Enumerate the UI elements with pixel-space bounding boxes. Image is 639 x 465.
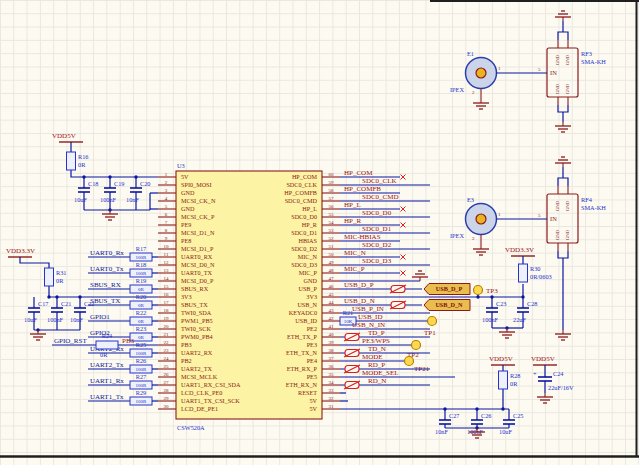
rail-vdd5v-top[interactable]: VDD5VC1810uFC19100nFC2010nF <box>52 132 158 220</box>
connector-rf3[interactable]: RF3SMA-KHIN5GNDGNDGNDGND <box>538 11 606 132</box>
capacitor-designator: C26 <box>481 412 492 419</box>
capacitor-designator: C25 <box>513 412 524 419</box>
resistor-designator: R22 <box>136 309 147 316</box>
net-sdc0-cmd[interactable]: SDC0_CMD <box>340 193 430 201</box>
net-label: TD_N <box>368 345 386 353</box>
pin-name: UART2_TX <box>181 365 212 372</box>
testpoint-pad[interactable] <box>474 286 483 295</box>
gnd-pin-label: GND <box>555 83 560 94</box>
resistor-designator: R30 <box>530 265 541 272</box>
wire <box>558 32 568 40</box>
pin-name: PWM1_PB5 <box>181 317 213 324</box>
pin-number: 1 <box>165 172 168 177</box>
pin-name: ETH_TX_N <box>286 349 317 356</box>
resistor-designator: R23 <box>136 325 147 332</box>
resistor-value: 0R <box>138 319 145 324</box>
net-label: UART0_Rx <box>90 249 124 257</box>
pin-name: PB3 <box>181 341 192 348</box>
resistor-body[interactable] <box>499 371 508 389</box>
net-hp-comfb[interactable]: HP_COMFB <box>340 185 400 193</box>
resistor-r30[interactable]: R300R/0603 <box>519 264 552 282</box>
net-mic-hbias[interactable]: MIC-HBIAS <box>340 233 400 241</box>
net-uart1_tx[interactable]: UART1_Tx100RR29 <box>88 389 158 406</box>
gnd-pin-label: GND <box>555 200 560 211</box>
resistor-r28[interactable]: R280R <box>499 371 521 389</box>
capacitor-value: 10nF <box>70 316 83 323</box>
power-label: VDD5V <box>52 132 76 140</box>
net-label: TD_P <box>368 329 385 337</box>
testpoint-pad[interactable] <box>428 317 437 326</box>
rail-v5-bottom[interactable]: VDD5VC2710nFC26100nFC2510uF <box>435 355 524 438</box>
ic-u3[interactable]: U3CSW520A15V2SPI0_MOSI3GND4MCSI_CK_N5GND… <box>158 162 340 431</box>
pin-name: MCSI_D1_P <box>181 245 214 252</box>
resistor-designator: R24 <box>102 332 113 339</box>
net-usb-n-in[interactable]: USB_N_IN <box>340 321 430 329</box>
net-sdc0-d0[interactable]: SDC0_D0 <box>340 209 430 217</box>
net-rd-n[interactable]: RD_N <box>340 377 430 389</box>
pin-name: GND <box>181 189 195 196</box>
resistor-body[interactable] <box>45 268 54 286</box>
net-uart0_rx[interactable]: UART0_Rx100RR17 <box>88 245 158 262</box>
testpoint-tp1[interactable]: TP1 <box>424 317 437 338</box>
net-usb-d-p[interactable]: USB_D_P <box>340 281 422 293</box>
resistor-body[interactable] <box>519 264 528 282</box>
junction-dot <box>47 295 50 298</box>
pin-number: 27 <box>164 380 170 385</box>
net-uart1_rx[interactable]: UART1_Rx100RR27 <box>88 373 158 390</box>
net-gpio1[interactable]: GPIO10RR22 <box>88 309 158 326</box>
testpoint-pad[interactable] <box>405 357 414 366</box>
pin-number: 22 <box>164 340 170 345</box>
pin-name: PE8 <box>181 237 191 244</box>
net-sdc0-d3[interactable]: SDC0_D3 <box>340 257 430 265</box>
port-usb_d_n[interactable]: USB_D_N <box>424 300 470 311</box>
pin-name: PE4 <box>307 357 317 364</box>
net-label: USB_P_IN <box>352 305 384 313</box>
connector-e1[interactable]: E1IPEX12 <box>450 50 501 109</box>
pin-name: USB_ID <box>295 317 317 324</box>
net-label: SBUS_TX <box>90 297 120 305</box>
pin-number: 58 <box>329 188 335 193</box>
pin-number: 60 <box>329 172 335 177</box>
capacitor-designator: C21 <box>61 300 72 307</box>
net-label: HP_COM <box>344 169 373 177</box>
wire <box>558 251 568 258</box>
net-mic-p[interactable]: MIC_P <box>340 265 406 276</box>
net-sdc0-d2[interactable]: SDC0_D2 <box>340 241 430 249</box>
capacitor-designator: C23 <box>496 300 507 307</box>
pin-number: 5 <box>538 67 541 72</box>
pin-name: HP_COMFB <box>284 189 317 196</box>
capacitor-designator: C27 <box>449 412 460 419</box>
pin-number: 19 <box>164 316 170 321</box>
pin-name: SDC0_D0 <box>291 213 317 220</box>
pin-number: 1 <box>498 212 501 217</box>
resistor-body[interactable] <box>96 341 118 349</box>
net-uart0_tx[interactable]: UART0_Tx100RR18 <box>88 261 158 278</box>
capacitor-value: 100nF <box>47 316 64 323</box>
resistor-body[interactable] <box>67 152 76 170</box>
testpoint-tp3[interactable]: TP3 <box>474 286 499 296</box>
resistor-r16[interactable]: R160R <box>67 152 89 170</box>
capacitor-value: 100nF <box>100 196 117 203</box>
pin-name: MIC_P <box>299 269 318 276</box>
net-uart2_tx[interactable]: UART2_Tx100RR26 <box>88 357 158 374</box>
connector-rf4[interactable]: RF4SMA-KHIN5GNDGNDGNDGND <box>538 157 606 340</box>
pin-number: 50 <box>329 252 335 257</box>
net-sbus_rx[interactable]: SBUS_RX0RR19 <box>88 277 158 294</box>
pin-number: 6 <box>165 212 168 217</box>
cap-c24[interactable]: VDD5V+C2422uF/16V <box>531 355 574 403</box>
pin-name: PWM0_PB4 <box>181 333 213 340</box>
net-sdc0-clk[interactable]: SDC0_CLK <box>340 177 430 185</box>
resistor-designator: R19 <box>136 277 147 284</box>
resistor-designator: R27 <box>136 373 147 380</box>
connector-e3[interactable]: E3IPEX12 <box>450 196 501 255</box>
net-sdc0-d1[interactable]: SDC0_D1 <box>340 225 430 233</box>
net-sbus_tx[interactable]: SBUS_TX0RR20 <box>88 293 158 310</box>
net-label: HP_L <box>344 201 361 209</box>
pin-number: 2 <box>472 236 475 241</box>
capacitor-value: 10uF <box>74 196 87 203</box>
net-usb-p-in[interactable]: USB_P_IN <box>340 305 430 313</box>
testpoint-pad[interactable] <box>412 341 421 350</box>
port-usb_d_p[interactable]: USB_D_P <box>424 284 470 295</box>
net-label: SDC0_D0 <box>362 209 392 217</box>
resistor-r31[interactable]: R310R <box>45 268 67 286</box>
